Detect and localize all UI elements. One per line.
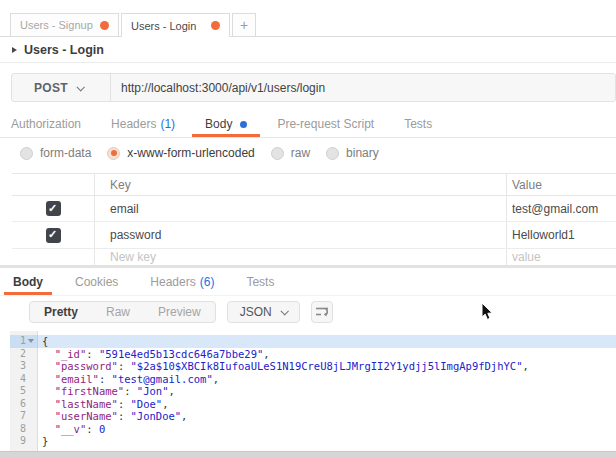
line-number: 7 xyxy=(20,410,26,423)
window-bottom-edge xyxy=(0,451,616,457)
code-line: 1{ xyxy=(0,335,616,348)
chevron-down-icon xyxy=(280,307,288,315)
body-type-options: form-data x-www-form-urlencoded raw bina… xyxy=(0,138,616,168)
tab-users-signup[interactable]: Users - Signup xyxy=(10,13,119,36)
response-tab-body[interactable]: Body xyxy=(13,268,43,295)
param-key-cell[interactable]: password xyxy=(95,222,507,248)
code-lines: 1{2 "_id": "591e4ed5b13cdc646a7bbe29",3 … xyxy=(0,335,616,448)
code-left-margin xyxy=(0,348,10,361)
format-dropdown[interactable]: JSON xyxy=(227,301,300,323)
request-title-row[interactable]: Users - Login xyxy=(0,37,616,63)
code-line: 4 "email": "test@gmail.com", xyxy=(0,373,616,386)
code-left-margin xyxy=(0,360,10,373)
tab-label: Body xyxy=(205,117,232,131)
response-tab-headers[interactable]: Headers (6) xyxy=(150,268,214,295)
tab-bar: Users - Signup Users - Login + xyxy=(0,0,616,37)
tab-pre-request-script[interactable]: Pre-request Script xyxy=(277,111,374,137)
headers-count-badge: (1) xyxy=(160,117,175,131)
code-left-margin xyxy=(0,448,10,452)
line-number: 5 xyxy=(20,385,26,398)
fold-placeholder xyxy=(27,387,35,395)
response-body-viewer: 1{2 "_id": "591e4ed5b13cdc646a7bbe29",3 … xyxy=(0,331,616,451)
wrap-text-button[interactable] xyxy=(311,301,333,323)
radio-label: binary xyxy=(346,146,379,160)
line-number: 4 xyxy=(20,373,26,386)
param-checkbox[interactable] xyxy=(12,222,95,248)
response-tab-tests[interactable]: Tests xyxy=(246,268,274,295)
line-number: 6 xyxy=(20,398,26,411)
pretty-button[interactable]: Pretty xyxy=(30,302,92,322)
gutter-cell: 6 xyxy=(10,398,38,411)
code-text: { xyxy=(38,335,616,348)
radio-x-www-form-urlencoded[interactable]: x-www-form-urlencoded xyxy=(107,146,254,160)
tab-body[interactable]: Body xyxy=(205,111,247,137)
method-dropdown[interactable]: POST xyxy=(12,74,111,101)
tab-label: Cookies xyxy=(75,275,118,289)
code-line: 3 "password": "$2a$10$XBCIk8IufoaULeS1N1… xyxy=(0,360,616,373)
tab-users-login[interactable]: Users - Login xyxy=(121,13,230,37)
header-checkbox-cell xyxy=(12,174,95,195)
new-tab-button[interactable]: + xyxy=(232,13,256,36)
url-bar: POST http://localhost:3000/api/v1/users/… xyxy=(11,73,616,102)
param-value-cell[interactable]: test@gmail.com xyxy=(507,196,616,221)
checkbox-checked-icon xyxy=(46,201,61,216)
plus-icon: + xyxy=(240,17,248,33)
code-left-margin xyxy=(0,410,10,423)
gutter-cell: 7 xyxy=(10,410,38,423)
code-area[interactable] xyxy=(38,448,616,452)
tab-label: Pre-request Script xyxy=(277,117,374,131)
param-key-cell[interactable]: email xyxy=(95,196,507,221)
radio-icon xyxy=(326,147,339,160)
fold-placeholder xyxy=(27,425,35,433)
code-text: } xyxy=(38,435,616,448)
code-left-margin xyxy=(0,435,10,448)
code-line: 7 "userName": "JonDoe", xyxy=(0,410,616,423)
code-filler xyxy=(0,448,616,452)
url-input[interactable]: http://localhost:3000/api/v1/users/login xyxy=(111,74,615,101)
fold-placeholder xyxy=(27,362,35,370)
radio-binary[interactable]: binary xyxy=(326,146,379,160)
request-tabs: Authorization Headers (1) Body Pre-reque… xyxy=(0,111,616,138)
response-tab-cookies[interactable]: Cookies xyxy=(75,268,118,295)
radio-form-data[interactable]: form-data xyxy=(20,146,91,160)
tab-label: Users - Login xyxy=(131,20,196,32)
code-line: 9} xyxy=(0,435,616,448)
tab-authorization[interactable]: Authorization xyxy=(11,111,81,137)
code-left-margin xyxy=(0,398,10,411)
param-checkbox[interactable] xyxy=(12,196,95,221)
code-left-margin xyxy=(0,373,10,386)
param-value-cell[interactable]: Helloworld1 xyxy=(507,222,616,248)
key-column-header: Key xyxy=(95,174,507,195)
radio-label: raw xyxy=(291,146,310,160)
gutter-cell: 8 xyxy=(10,423,38,436)
raw-button[interactable]: Raw xyxy=(92,302,144,322)
gutter-cell: 9 xyxy=(10,435,38,448)
params-header-row: Key Value xyxy=(12,174,616,196)
radio-selected-icon xyxy=(107,147,120,160)
radio-icon xyxy=(271,147,284,160)
code-text: "email": "test@gmail.com", xyxy=(38,373,616,386)
fold-caret-icon[interactable] xyxy=(28,339,34,343)
gutter-cell: 2 xyxy=(10,348,38,361)
param-row: emailtest@gmail.com xyxy=(12,196,616,222)
tab-label: Authorization xyxy=(11,117,81,131)
url-text: http://localhost:3000/api/v1/users/login xyxy=(121,81,325,95)
radio-raw[interactable]: raw xyxy=(271,146,310,160)
preview-button[interactable]: Preview xyxy=(144,302,215,322)
url-bar-area: POST http://localhost:3000/api/v1/users/… xyxy=(0,63,616,111)
postman-app: Users - Signup Users - Login + Users - L… xyxy=(0,0,616,457)
new-key-input[interactable]: New key xyxy=(95,249,507,265)
new-value-input[interactable]: value xyxy=(507,249,616,265)
tab-headers[interactable]: Headers (1) xyxy=(111,111,175,137)
tab-tests[interactable]: Tests xyxy=(404,111,432,137)
line-number: 1 xyxy=(20,335,26,348)
code-left-margin xyxy=(0,335,10,348)
code-line: 5 "firstName": "Jon", xyxy=(0,385,616,398)
gutter-cell: 3 xyxy=(10,360,38,373)
code-line: 2 "_id": "591e4ed5b13cdc646a7bbe29", xyxy=(0,348,616,361)
method-label: POST xyxy=(34,81,68,95)
tab-label: Body xyxy=(13,275,43,289)
fold-placeholder xyxy=(27,350,35,358)
fold-placeholder xyxy=(27,400,35,408)
tab-label: Users - Signup xyxy=(20,19,93,31)
